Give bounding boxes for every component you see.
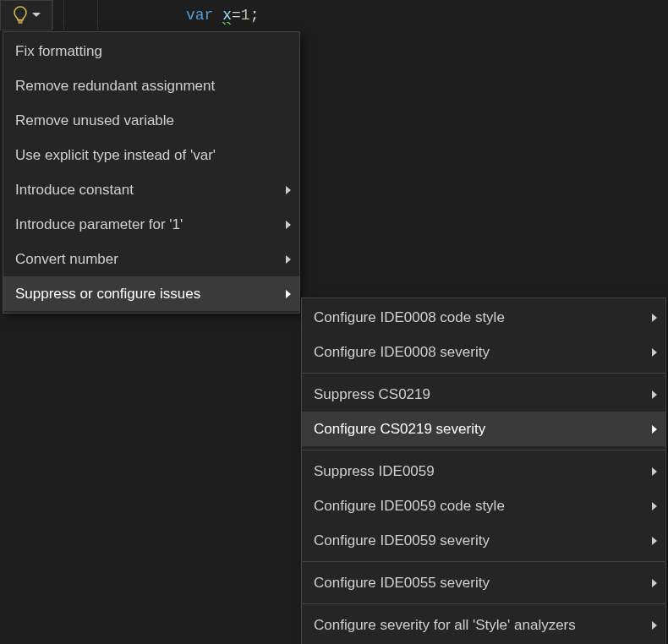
menu-item-label: Introduce constant	[15, 182, 134, 199]
menu-item-label: Configure IDE0008 code style	[314, 309, 505, 326]
submenu-item-configure-ide0059-severity[interactable]: Configure IDE0059 severity	[302, 523, 665, 558]
chevron-right-icon	[652, 390, 657, 399]
menu-item-label: Suppress IDE0059	[314, 463, 435, 480]
menu-item-label: Introduce parameter for '1'	[15, 216, 183, 233]
chevron-right-icon	[652, 467, 657, 476]
indent-gutter	[52, 0, 179, 30]
menu-item-label: Fix formatting	[15, 43, 102, 60]
submenu-item-suppress-ide0059[interactable]: Suppress IDE0059	[302, 454, 665, 488]
chevron-right-icon	[652, 537, 657, 545]
quick-actions-button[interactable]	[0, 0, 52, 30]
menu-item-label: Configure IDE0059 severity	[314, 532, 490, 549]
menu-item-label: Configure IDE0055 severity	[314, 575, 490, 592]
menu-item-remove-unused-variable[interactable]: Remove unused variable	[3, 103, 299, 138]
lightbulb-icon	[12, 6, 29, 25]
menu-item-label: Configure severity for all 'Style' analy…	[314, 617, 576, 634]
chevron-right-icon	[652, 502, 657, 510]
menu-item-suppress-or-configure[interactable]: Suppress or configure issues	[3, 276, 299, 311]
menu-item-label: Suppress or configure issues	[15, 286, 200, 303]
chevron-right-icon	[652, 348, 657, 357]
menu-item-label: Configure IDE0008 severity	[314, 344, 490, 361]
svg-rect-0	[18, 20, 23, 21]
code-number: 1	[241, 7, 250, 24]
submenu-item-configure-ide0008-style[interactable]: Configure IDE0008 code style	[302, 300, 665, 335]
menu-separator	[303, 450, 665, 450]
menu-item-label: Convert number	[15, 251, 118, 268]
chevron-right-icon	[286, 255, 291, 264]
code-equals: =	[232, 7, 241, 24]
chevron-right-icon	[286, 290, 291, 298]
menu-item-label: Remove redundant assignment	[15, 78, 215, 95]
menu-item-label: Suppress CS0219	[314, 386, 430, 403]
code-identifier: x	[222, 7, 232, 24]
chevron-right-icon	[652, 621, 657, 630]
quick-actions-menu: Fix formatting Remove redundant assignme…	[3, 31, 300, 314]
menu-item-introduce-constant[interactable]: Introduce constant	[3, 172, 299, 207]
menu-separator	[303, 373, 665, 374]
submenu-item-configure-all-style-analyzers[interactable]: Configure severity for all 'Style' analy…	[302, 608, 665, 642]
submenu-item-configure-ide0008-severity[interactable]: Configure IDE0008 severity	[302, 335, 665, 369]
menu-item-convert-number[interactable]: Convert number	[3, 242, 299, 276]
editor-top-bar: var x = 1 ;	[0, 0, 668, 30]
code-semicolon: ;	[250, 7, 260, 24]
menu-item-label: Configure IDE0059 code style	[314, 498, 505, 515]
menu-item-label: Configure CS0219 severity	[314, 421, 485, 438]
suppress-configure-submenu: Configure IDE0008 code style Configure I…	[301, 297, 666, 644]
menu-separator	[303, 603, 665, 604]
submenu-item-configure-ide0055-severity[interactable]: Configure IDE0055 severity	[302, 565, 665, 600]
chevron-right-icon	[652, 425, 657, 434]
menu-item-label: Remove unused variable	[15, 112, 174, 129]
chevron-right-icon	[286, 221, 291, 229]
chevron-down-icon	[32, 13, 41, 18]
submenu-item-configure-cs0219-severity[interactable]: Configure CS0219 severity	[302, 412, 665, 446]
chevron-right-icon	[286, 186, 291, 194]
menu-item-use-explicit-type[interactable]: Use explicit type instead of 'var'	[3, 138, 299, 172]
submenu-item-configure-ide0059-style[interactable]: Configure IDE0059 code style	[302, 488, 665, 523]
chevron-right-icon	[652, 579, 657, 587]
svg-rect-1	[18, 22, 22, 23]
menu-item-remove-redundant-assignment[interactable]: Remove redundant assignment	[3, 68, 299, 103]
code-line[interactable]: var x = 1 ;	[179, 0, 668, 30]
menu-item-introduce-parameter[interactable]: Introduce parameter for '1'	[3, 207, 299, 242]
code-keyword: var	[186, 7, 213, 24]
menu-separator	[303, 561, 665, 562]
menu-item-label: Use explicit type instead of 'var'	[15, 147, 216, 164]
chevron-right-icon	[652, 314, 657, 322]
submenu-item-suppress-cs0219[interactable]: Suppress CS0219	[302, 377, 665, 412]
menu-item-fix-formatting[interactable]: Fix formatting	[3, 34, 299, 68]
